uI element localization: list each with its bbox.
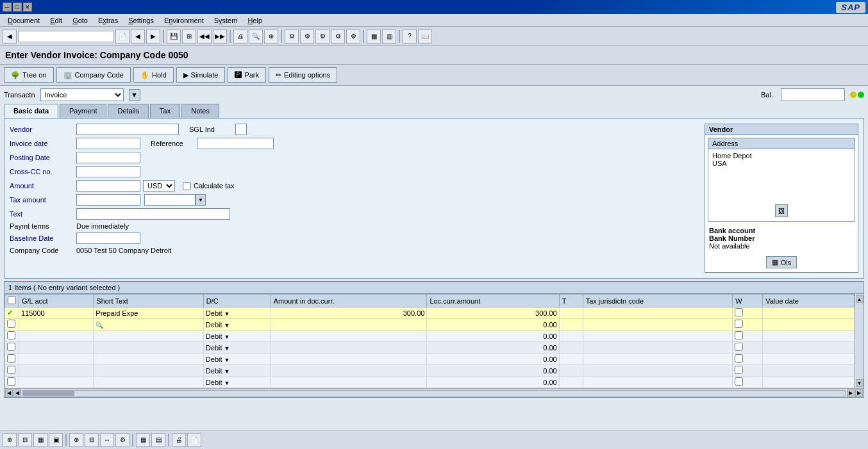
nav-back-btn[interactable]: ◀◀ xyxy=(197,29,212,44)
back-btn[interactable]: ◀ xyxy=(3,29,17,44)
save-btn[interactable]: 💾 xyxy=(167,29,181,44)
scroll-left-btn[interactable]: ◀ xyxy=(5,389,13,397)
row-check-7[interactable] xyxy=(7,377,15,386)
company-code-button[interactable]: 🏢 Company Code xyxy=(56,67,131,83)
w-checkbox-2[interactable] xyxy=(735,320,743,328)
menu-goto[interactable]: Goto xyxy=(67,15,93,26)
row-check-2[interactable] xyxy=(7,320,15,328)
w-checkbox-1[interactable] xyxy=(735,308,743,316)
short-text-5[interactable] xyxy=(94,354,204,365)
amount-5[interactable] xyxy=(271,354,427,365)
gl-acct-4[interactable] xyxy=(19,342,94,354)
next-btn[interactable]: ▶ xyxy=(146,29,160,44)
tax-amount-input[interactable] xyxy=(76,194,140,206)
shortcut-btn[interactable]: ⊞ xyxy=(182,29,196,44)
bottom-btn-6[interactable]: ⊟ xyxy=(85,433,99,447)
menu-settings[interactable]: Settings xyxy=(123,15,159,26)
short-text-1[interactable]: Prepaid Expe xyxy=(94,307,204,319)
invoice-date-input[interactable]: 03/28/2010 xyxy=(76,138,140,149)
tab-tax[interactable]: Tax xyxy=(150,104,180,118)
command-input[interactable] xyxy=(18,31,114,42)
bottom-btn-9[interactable]: ▦ xyxy=(136,433,150,447)
row-check-6[interactable] xyxy=(7,366,15,374)
scroll-down-btn[interactable]: ▼ xyxy=(856,379,864,387)
minimize-btn[interactable]: ─ xyxy=(3,3,12,12)
w-checkbox-7[interactable] xyxy=(735,377,743,386)
gl-acct-5[interactable] xyxy=(19,354,94,365)
baseline-date-input[interactable]: 03/28/2010 xyxy=(76,233,140,244)
transaction-help-btn[interactable]: ▼ xyxy=(129,89,140,101)
bottom-btn-2[interactable]: ⊟ xyxy=(18,433,32,447)
scroll-right-btn[interactable]: ▶ xyxy=(847,389,855,397)
editing-options-button[interactable]: ✏ Editing options xyxy=(269,67,337,83)
find-next-btn[interactable]: ⊕ xyxy=(264,29,278,44)
menu-extras[interactable]: Extras xyxy=(93,15,123,26)
tax-code-input[interactable] xyxy=(144,194,196,206)
ols-button[interactable]: ▦ Ols xyxy=(766,256,797,268)
dc-3[interactable]: Debit ▼ xyxy=(203,331,271,342)
amount-4[interactable] xyxy=(271,342,427,354)
bottom-btn-12[interactable]: 📄 xyxy=(187,433,201,447)
dc-1[interactable]: Debit ▼ xyxy=(203,307,271,319)
short-text-4[interactable] xyxy=(94,342,204,354)
select-all-checkbox[interactable] xyxy=(8,296,16,304)
amount-7[interactable] xyxy=(271,377,427,388)
bottom-btn-4[interactable]: ▣ xyxy=(49,433,63,447)
search-icon-2[interactable]: 🔍 xyxy=(96,322,103,329)
tab-payment[interactable]: Payment xyxy=(60,104,106,118)
dc-2[interactable]: Debit ▼ xyxy=(203,319,271,331)
dc-7[interactable]: Debit ▼ xyxy=(203,377,271,388)
gl-acct-2[interactable] xyxy=(19,319,94,331)
w-checkbox-3[interactable] xyxy=(735,331,743,339)
w-checkbox-6[interactable] xyxy=(735,366,743,374)
hold-button[interactable]: ✋ Hold xyxy=(133,67,174,83)
tools3-btn[interactable]: ⚙ xyxy=(315,29,330,44)
amount-2[interactable] xyxy=(271,319,427,331)
bottom-btn-10[interactable]: ▤ xyxy=(151,433,165,447)
dc-6[interactable]: Debit ▼ xyxy=(203,365,271,377)
scroll-right2-btn[interactable]: ▶ xyxy=(855,389,863,397)
tab-basic-data[interactable]: Basic data xyxy=(4,104,58,118)
gl-acct-6[interactable] xyxy=(19,365,94,377)
scroll-left2-btn[interactable]: ◀ xyxy=(13,389,21,397)
dc-4[interactable]: Debit ▼ xyxy=(203,342,271,354)
menu-environment[interactable]: Environment xyxy=(159,15,209,26)
help1-btn[interactable]: ? xyxy=(403,29,417,44)
nav-fwd-btn[interactable]: ▶▶ xyxy=(213,29,227,44)
text-input[interactable] xyxy=(76,208,230,220)
find-btn[interactable]: 🔍 xyxy=(249,29,263,44)
print-btn[interactable]: 🖨 xyxy=(233,29,247,44)
tools2-btn[interactable]: ⚙ xyxy=(300,29,314,44)
bottom-btn-1[interactable]: ⊕ xyxy=(3,433,17,447)
bottom-btn-3[interactable]: ▦ xyxy=(33,433,47,447)
tab-details[interactable]: Details xyxy=(108,104,149,118)
vendor-input[interactable]: 100319 xyxy=(76,124,179,135)
row-check-4[interactable] xyxy=(7,343,15,351)
park-button[interactable]: 🅿 Park xyxy=(228,67,266,83)
scroll-up-btn[interactable]: ▲ xyxy=(856,295,864,303)
transaction-select[interactable]: Invoice xyxy=(40,88,124,101)
prev-btn[interactable]: ◀ xyxy=(131,29,145,44)
menu-help[interactable]: Help xyxy=(242,15,267,26)
currency-select[interactable]: USD xyxy=(143,180,175,192)
dc-5[interactable]: Debit ▼ xyxy=(203,354,271,365)
bottom-btn-8[interactable]: ⚙ xyxy=(115,433,129,447)
tab-notes[interactable]: Notes xyxy=(181,104,219,118)
cross-cc-input[interactable] xyxy=(76,166,140,177)
simulate-button[interactable]: ▶ Simulate xyxy=(176,67,226,83)
gl-acct-7[interactable] xyxy=(19,377,94,388)
amount-1[interactable]: 300.00 xyxy=(271,307,427,319)
short-text-6[interactable] xyxy=(94,365,204,377)
gl-acct-1[interactable]: 115000 xyxy=(19,307,94,319)
row-check-3[interactable] xyxy=(7,331,15,339)
more1-btn[interactable]: ▦ xyxy=(367,29,381,44)
sgl-checkbox[interactable] xyxy=(235,124,247,135)
reference-input[interactable]: TEST xyxy=(197,138,274,149)
bottom-btn-5[interactable]: ⊕ xyxy=(69,433,83,447)
w-checkbox-5[interactable] xyxy=(735,354,743,363)
calculate-tax-checkbox[interactable] xyxy=(183,182,191,190)
close-btn[interactable]: ✕ xyxy=(23,3,32,12)
bottom-btn-7[interactable]: ↔ xyxy=(100,433,114,447)
gl-acct-3[interactable] xyxy=(19,331,94,342)
more2-btn[interactable]: ▥ xyxy=(382,29,396,44)
